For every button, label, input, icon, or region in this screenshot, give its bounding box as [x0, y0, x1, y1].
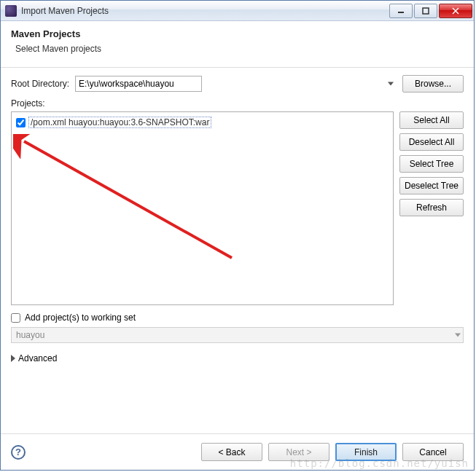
dialog-window: Import Maven Projects Maven Projects Sel… — [0, 0, 475, 471]
back-button[interactable]: < Back — [201, 443, 262, 461]
deselect-all-button[interactable]: Deselect All — [399, 133, 464, 151]
page-subtitle: Select Maven projects — [15, 44, 464, 54]
deselect-tree-button[interactable]: Deselect Tree — [399, 177, 464, 194]
window-controls — [388, 4, 472, 18]
root-directory-input[interactable] — [75, 76, 202, 92]
select-tree-button[interactable]: Select Tree — [399, 155, 464, 173]
close-button[interactable] — [439, 4, 472, 18]
footer: ? < Back Next > Finish Cancel — [1, 433, 474, 470]
projects-label: Projects: — [11, 98, 464, 109]
projects-list[interactable]: /pom.xml huayou:huayou:3.6-SNAPSHOT:war — [11, 111, 394, 305]
cancel-button[interactable]: Cancel — [402, 443, 464, 461]
finish-button[interactable]: Finish — [335, 443, 397, 461]
root-directory-combo[interactable] — [75, 76, 397, 92]
project-checkbox[interactable] — [16, 118, 26, 127]
project-item[interactable]: /pom.xml huayou:huayou:3.6-SNAPSHOT:war — [16, 117, 389, 128]
minimize-button[interactable] — [389, 4, 413, 18]
window-title: Import Maven Projects — [21, 6, 388, 16]
projects-side-buttons: Select All Deselect All Select Tree Dese… — [399, 111, 464, 305]
page-title: Maven Projects — [11, 28, 464, 39]
root-directory-row: Root Directory: Browse... — [11, 75, 464, 93]
browse-button[interactable]: Browse... — [402, 75, 464, 93]
next-button: Next > — [268, 443, 329, 461]
advanced-label: Advanced — [18, 353, 57, 363]
chevron-down-icon — [388, 82, 394, 86]
select-all-button[interactable]: Select All — [399, 111, 464, 129]
triangle-right-icon — [11, 355, 15, 362]
working-set-input — [11, 327, 464, 343]
advanced-toggle[interactable]: Advanced — [11, 353, 464, 363]
svg-rect-1 — [423, 8, 429, 14]
project-label[interactable]: /pom.xml huayou:huayou:3.6-SNAPSHOT:war — [28, 117, 211, 128]
working-set-row: Add project(s) to working set — [11, 312, 464, 323]
body: Root Directory: Browse... Projects: /pom… — [1, 68, 474, 433]
help-icon[interactable]: ? — [11, 445, 26, 460]
working-set-combo — [11, 327, 464, 343]
header: Maven Projects Select Maven projects — [1, 21, 474, 68]
working-set-checkbox[interactable] — [11, 313, 20, 323]
working-set-section: Add project(s) to working set — [11, 312, 464, 343]
eclipse-icon — [5, 5, 17, 17]
projects-area: /pom.xml huayou:huayou:3.6-SNAPSHOT:war … — [11, 111, 464, 305]
root-directory-label: Root Directory: — [11, 79, 69, 89]
maximize-button[interactable] — [414, 4, 437, 18]
titlebar: Import Maven Projects — [1, 1, 474, 21]
refresh-button[interactable]: Refresh — [399, 199, 464, 216]
working-set-label: Add project(s) to working set — [25, 312, 136, 323]
